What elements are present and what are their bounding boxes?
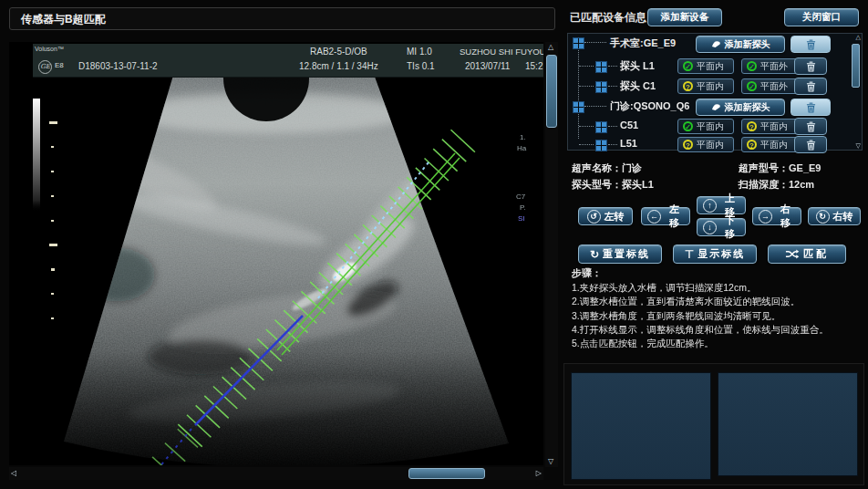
tree-expander-icon[interactable]	[573, 37, 584, 49]
ultrasound-scan	[9, 42, 543, 465]
delete-probe-button[interactable]	[794, 57, 827, 75]
tree-expander-icon[interactable]	[595, 61, 607, 73]
tree-connector	[579, 126, 594, 127]
instructions: 步骤： 1.夹好探头放入水槽，调节扫描深度12cm。 2.调整水槽位置，直到看清…	[572, 266, 863, 350]
reset-line-button[interactable]: ↻ 重置标线	[578, 244, 662, 264]
probe-name: C51	[620, 120, 638, 130]
tree-expander-icon[interactable]	[595, 121, 607, 133]
tree-expander-icon[interactable]	[595, 81, 607, 93]
question-icon: ?	[747, 140, 757, 150]
show-line-button[interactable]: ⊤ 显示标线	[673, 244, 757, 264]
scan-depth: 扫描深度：12cm	[739, 178, 814, 192]
viewport-hscrollbar[interactable]: ◁ ▷	[9, 467, 543, 480]
ultrasound-model: 超声型号：GE_E9	[739, 161, 821, 175]
delete-device-button[interactable]	[790, 36, 831, 53]
in-plane-button[interactable]: ? 平面内	[741, 137, 798, 152]
check-icon: ✓	[747, 61, 757, 71]
trash-icon	[806, 39, 816, 50]
viewport-vscrollbar[interactable]: △ ▽	[545, 42, 558, 467]
delete-probe-button[interactable]	[794, 78, 827, 95]
tree-connector	[608, 144, 617, 145]
tree-scroll-down-icon[interactable]: ▽	[856, 142, 861, 150]
move-down-button[interactable]: ↓ 下移	[697, 218, 746, 236]
probe-icon	[711, 103, 721, 111]
rotate-right-button[interactable]: ↻ 右转	[808, 207, 861, 225]
step-item: 3.调整水槽角度，直到两条靶线回波均清晰可见。	[572, 309, 863, 323]
rotate-left-icon: ↺	[587, 210, 601, 224]
tree-connector	[579, 66, 594, 67]
tree-connector	[584, 42, 606, 43]
in-plane-button[interactable]: ? 平面内	[677, 137, 734, 152]
trash-icon	[806, 81, 816, 92]
brand-label: Voluson™	[35, 46, 64, 52]
rotate-right-icon: ↻	[816, 210, 830, 224]
tree-expander-icon[interactable]	[595, 140, 607, 151]
arrow-down-icon: ↓	[703, 221, 717, 234]
arrow-left-icon: ←	[647, 210, 661, 224]
close-window-button[interactable]: 关闭窗口	[784, 8, 859, 26]
in-plane-button[interactable]: ✓ 平面内	[677, 58, 734, 74]
step-item: 1.夹好探头放入水槽，调节扫描深度12cm。	[572, 281, 863, 295]
device-group-name: 手术室:GE_E9	[610, 36, 676, 50]
check-icon: ✓	[683, 121, 693, 131]
tree-connector	[608, 66, 617, 67]
tree-connector	[579, 86, 594, 87]
device-group-name: 门诊:QSONO_Q6	[610, 99, 689, 113]
vscroll-thumb[interactable]	[546, 55, 557, 128]
tree-connector	[608, 126, 617, 127]
scroll-right-icon[interactable]: ▷	[536, 469, 542, 478]
in-plane-button[interactable]: ✓ 平面内	[677, 119, 734, 134]
side-text-fragment: P.	[520, 203, 526, 212]
side-text-fragment: 1.	[520, 133, 526, 141]
delete-device-button[interactable]	[790, 99, 831, 116]
move-right-button[interactable]: → 右移	[752, 207, 801, 225]
probe-name: 探头 L1	[620, 59, 655, 73]
scroll-left-icon[interactable]: ◁	[11, 469, 16, 478]
scroll-up-icon[interactable]: △	[548, 43, 553, 52]
arrow-right-icon: →	[759, 210, 772, 224]
tree-scroll-up-icon[interactable]: △	[856, 34, 861, 41]
side-text-fragment: SI	[518, 214, 525, 223]
rotate-left-button[interactable]: ↺ 左转	[578, 207, 633, 225]
arrow-up-icon: ↑	[703, 199, 717, 213]
trash-icon	[806, 61, 816, 72]
hscroll-thumb[interactable]	[408, 468, 485, 479]
trash-icon	[806, 140, 816, 151]
shuffle-icon	[785, 249, 800, 259]
refresh-icon: ↻	[590, 248, 599, 261]
check-icon: ✓	[747, 81, 757, 91]
add-probe-button[interactable]: 添加新探头	[696, 36, 785, 53]
trash-icon	[806, 102, 816, 113]
crosshair-icon: ⊤	[685, 248, 694, 261]
delete-probe-button[interactable]	[794, 118, 827, 135]
add-device-button[interactable]: 添加新设备	[647, 8, 722, 26]
preview-container	[563, 363, 864, 485]
move-left-button[interactable]: ← 左移	[641, 207, 690, 225]
tree-scroll-thumb[interactable]	[852, 44, 860, 88]
move-up-button[interactable]: ↑ 上移	[697, 196, 746, 214]
scroll-down-icon[interactable]: ▽	[548, 457, 553, 466]
probe-id: RAB2-5-D/OB	[310, 47, 367, 57]
out-plane-button[interactable]: ✓ 平面外	[741, 58, 798, 74]
matched-devices-label: 已匹配设备信息：	[570, 10, 657, 26]
side-text-fragment: Ha	[517, 144, 526, 152]
probe-model: 探头型号：探头L1	[572, 178, 654, 192]
tree-expander-icon[interactable]	[573, 101, 584, 113]
tree-connector	[579, 144, 594, 145]
tree-connector	[578, 47, 579, 139]
add-probe-button[interactable]: 添加新探头	[696, 99, 785, 116]
in-plane-button[interactable]: ? 平面内	[741, 119, 798, 134]
side-text-fragment: C7	[516, 192, 525, 201]
steps-title: 步骤：	[572, 266, 863, 280]
step-item: 2.调整水槽位置，直到看清楚离水面较近的靶线回波。	[572, 295, 863, 308]
delete-probe-button[interactable]	[794, 136, 827, 153]
tree-connector	[608, 86, 617, 87]
out-plane-button[interactable]: ✓ 平面外	[741, 78, 798, 94]
patient-id: D18603-13-07-11-2	[78, 61, 158, 71]
in-plane-button[interactable]: ? 平面内	[677, 78, 734, 94]
probe-name: L51	[620, 138, 637, 149]
app-window: 传感器与B超匹配	[0, 0, 868, 489]
match-button[interactable]: 匹配	[768, 244, 846, 264]
check-icon: ✓	[683, 61, 693, 71]
grayscale-bar	[33, 99, 40, 212]
